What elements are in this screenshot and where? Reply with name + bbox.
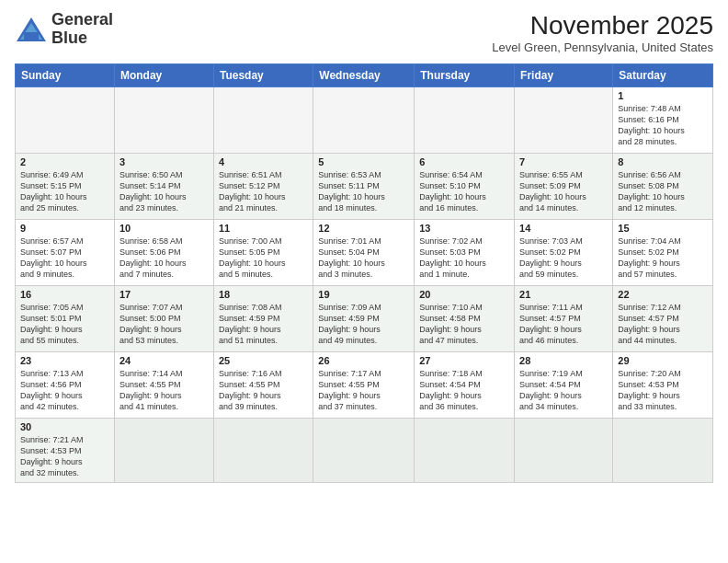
title-block: November 2025 Level Green, Pennsylvania,…	[492, 11, 713, 54]
calendar-cell: 16Sunrise: 7:05 AM Sunset: 5:01 PM Dayli…	[16, 286, 115, 352]
weekday-header-sunday: Sunday	[16, 64, 115, 87]
day-number: 25	[219, 355, 308, 366]
calendar-cell: 5Sunrise: 6:53 AM Sunset: 5:11 PM Daylig…	[313, 154, 415, 220]
page: General Blue November 2025 Level Green, …	[0, 0, 728, 563]
day-number: 21	[519, 289, 608, 300]
day-number: 26	[318, 355, 409, 366]
day-info: Sunrise: 7:03 AM Sunset: 5:02 PM Dayligh…	[519, 236, 608, 281]
logo-text: General Blue	[51, 11, 113, 48]
calendar-cell	[313, 419, 415, 483]
day-number: 30	[20, 421, 109, 432]
day-number: 14	[519, 223, 608, 234]
calendar-cell	[213, 419, 313, 483]
calendar-cell: 26Sunrise: 7:17 AM Sunset: 4:55 PM Dayli…	[313, 352, 415, 419]
day-number: 28	[519, 355, 608, 366]
weekday-header-saturday: Saturday	[613, 64, 713, 87]
calendar-cell: 29Sunrise: 7:20 AM Sunset: 4:53 PM Dayli…	[613, 352, 713, 419]
day-number: 12	[318, 223, 409, 234]
calendar-cell	[213, 87, 313, 154]
calendar-cell	[515, 419, 613, 483]
logo-line2: Blue	[51, 29, 87, 47]
calendar-cell	[16, 87, 115, 154]
day-info: Sunrise: 7:09 AM Sunset: 4:59 PM Dayligh…	[318, 302, 409, 347]
calendar-cell: 18Sunrise: 7:08 AM Sunset: 4:59 PM Dayli…	[213, 286, 313, 352]
day-number: 15	[618, 223, 708, 234]
weekday-header-thursday: Thursday	[415, 64, 515, 87]
day-number: 5	[318, 156, 409, 167]
generalblue-logo-icon	[15, 16, 48, 43]
location: Level Green, Pennsylvania, United States	[492, 40, 713, 54]
calendar-cell: 12Sunrise: 7:01 AM Sunset: 5:04 PM Dayli…	[313, 220, 415, 286]
day-number: 18	[219, 289, 308, 300]
calendar-cell: 22Sunrise: 7:12 AM Sunset: 4:57 PM Dayli…	[613, 286, 713, 352]
calendar-week-row: 1Sunrise: 7:48 AM Sunset: 6:16 PM Daylig…	[16, 87, 713, 154]
calendar-cell: 25Sunrise: 7:16 AM Sunset: 4:55 PM Dayli…	[213, 352, 313, 419]
day-info: Sunrise: 6:54 AM Sunset: 5:10 PM Dayligh…	[419, 169, 509, 214]
month-title: November 2025	[492, 11, 713, 40]
day-number: 6	[419, 156, 509, 167]
day-number: 20	[419, 289, 509, 300]
calendar-cell: 7Sunrise: 6:55 AM Sunset: 5:09 PM Daylig…	[515, 154, 613, 220]
day-number: 8	[618, 156, 708, 167]
day-info: Sunrise: 7:13 AM Sunset: 4:56 PM Dayligh…	[20, 368, 109, 413]
day-info: Sunrise: 7:16 AM Sunset: 4:55 PM Dayligh…	[219, 368, 308, 413]
calendar-cell: 19Sunrise: 7:09 AM Sunset: 4:59 PM Dayli…	[313, 286, 415, 352]
day-number: 7	[519, 156, 608, 167]
calendar-cell: 11Sunrise: 7:00 AM Sunset: 5:05 PM Dayli…	[213, 220, 313, 286]
day-info: Sunrise: 7:14 AM Sunset: 4:55 PM Dayligh…	[119, 368, 209, 413]
day-info: Sunrise: 7:19 AM Sunset: 4:54 PM Dayligh…	[519, 368, 608, 413]
calendar-cell	[313, 87, 415, 154]
logo-line1: General	[51, 10, 113, 29]
calendar-cell: 1Sunrise: 7:48 AM Sunset: 6:16 PM Daylig…	[613, 87, 713, 154]
svg-rect-2	[24, 32, 39, 40]
calendar-cell: 23Sunrise: 7:13 AM Sunset: 4:56 PM Dayli…	[16, 352, 115, 419]
day-number: 13	[419, 223, 509, 234]
calendar-cell: 3Sunrise: 6:50 AM Sunset: 5:14 PM Daylig…	[114, 154, 213, 220]
calendar-cell: 27Sunrise: 7:18 AM Sunset: 4:54 PM Dayli…	[415, 352, 515, 419]
day-info: Sunrise: 7:01 AM Sunset: 5:04 PM Dayligh…	[318, 236, 409, 281]
day-number: 23	[20, 355, 109, 366]
day-info: Sunrise: 6:58 AM Sunset: 5:06 PM Dayligh…	[119, 236, 209, 281]
day-info: Sunrise: 7:17 AM Sunset: 4:55 PM Dayligh…	[318, 368, 409, 413]
day-info: Sunrise: 7:05 AM Sunset: 5:01 PM Dayligh…	[20, 302, 109, 347]
weekday-header-monday: Monday	[114, 64, 213, 87]
calendar-cell	[415, 419, 515, 483]
calendar-cell: 2Sunrise: 6:49 AM Sunset: 5:15 PM Daylig…	[16, 154, 115, 220]
day-info: Sunrise: 6:55 AM Sunset: 5:09 PM Dayligh…	[519, 169, 608, 214]
day-number: 17	[119, 289, 209, 300]
calendar-cell	[114, 419, 213, 483]
day-info: Sunrise: 7:20 AM Sunset: 4:53 PM Dayligh…	[618, 368, 708, 413]
header: General Blue November 2025 Level Green, …	[15, 11, 713, 54]
calendar-cell: 9Sunrise: 6:57 AM Sunset: 5:07 PM Daylig…	[16, 220, 115, 286]
day-number: 3	[119, 156, 209, 167]
calendar-table: SundayMondayTuesdayWednesdayThursdayFrid…	[15, 63, 713, 483]
day-info: Sunrise: 7:07 AM Sunset: 5:00 PM Dayligh…	[119, 302, 209, 347]
day-info: Sunrise: 6:53 AM Sunset: 5:11 PM Dayligh…	[318, 169, 409, 214]
day-number: 11	[219, 223, 308, 234]
calendar-cell: 13Sunrise: 7:02 AM Sunset: 5:03 PM Dayli…	[415, 220, 515, 286]
day-info: Sunrise: 6:56 AM Sunset: 5:08 PM Dayligh…	[618, 169, 708, 214]
day-info: Sunrise: 7:00 AM Sunset: 5:05 PM Dayligh…	[219, 236, 308, 281]
day-info: Sunrise: 6:49 AM Sunset: 5:15 PM Dayligh…	[20, 169, 109, 214]
day-info: Sunrise: 7:08 AM Sunset: 4:59 PM Dayligh…	[219, 302, 308, 347]
day-number: 2	[20, 156, 109, 167]
day-info: Sunrise: 7:18 AM Sunset: 4:54 PM Dayligh…	[419, 368, 509, 413]
calendar-week-row: 30Sunrise: 7:21 AM Sunset: 4:53 PM Dayli…	[16, 419, 713, 483]
weekday-header-row: SundayMondayTuesdayWednesdayThursdayFrid…	[16, 64, 713, 87]
day-number: 10	[119, 223, 209, 234]
calendar-cell	[515, 87, 613, 154]
day-number: 1	[618, 90, 708, 101]
day-number: 29	[618, 355, 708, 366]
day-info: Sunrise: 6:51 AM Sunset: 5:12 PM Dayligh…	[219, 169, 308, 214]
day-number: 19	[318, 289, 409, 300]
calendar-week-row: 9Sunrise: 6:57 AM Sunset: 5:07 PM Daylig…	[16, 220, 713, 286]
calendar-cell	[613, 419, 713, 483]
calendar-cell	[114, 87, 213, 154]
day-number: 4	[219, 156, 308, 167]
day-info: Sunrise: 6:57 AM Sunset: 5:07 PM Dayligh…	[20, 236, 109, 281]
calendar-cell: 8Sunrise: 6:56 AM Sunset: 5:08 PM Daylig…	[613, 154, 713, 220]
logo: General Blue	[15, 11, 113, 48]
day-info: Sunrise: 7:11 AM Sunset: 4:57 PM Dayligh…	[519, 302, 608, 347]
day-info: Sunrise: 7:10 AM Sunset: 4:58 PM Dayligh…	[419, 302, 509, 347]
calendar-cell: 14Sunrise: 7:03 AM Sunset: 5:02 PM Dayli…	[515, 220, 613, 286]
